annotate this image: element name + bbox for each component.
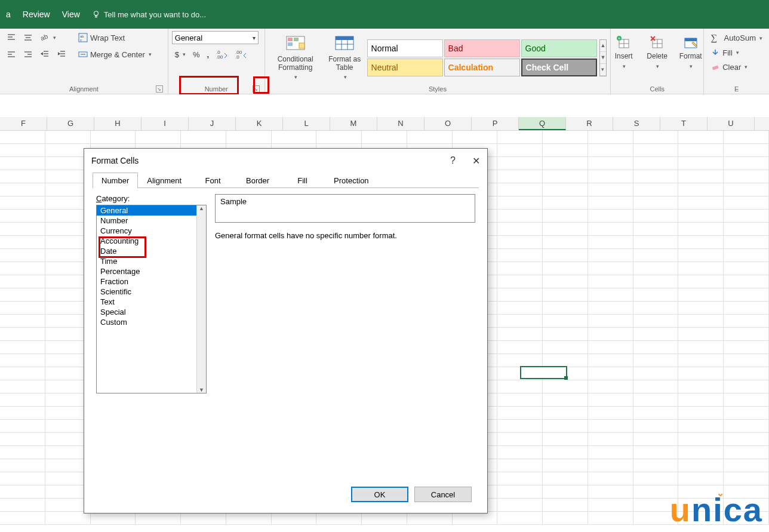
dialog-tab-protection[interactable]: Protection <box>325 173 378 188</box>
dialog-tab-number[interactable]: Number <box>93 173 138 188</box>
category-custom[interactable]: Custom <box>97 317 196 327</box>
dialog-tab-fill[interactable]: Fill <box>280 173 325 188</box>
ok-button[interactable]: OK <box>351 487 408 502</box>
category-listbox[interactable]: GeneralNumberCurrencyAccountingDateTimeP… <box>96 205 207 393</box>
dialog-tab-border[interactable]: Border <box>235 173 280 188</box>
category-fraction[interactable]: Fraction <box>97 276 196 287</box>
category-percentage[interactable]: Percentage <box>97 266 196 276</box>
dialog-help-icon[interactable]: ? <box>450 155 456 167</box>
unica-logo: unica <box>670 490 763 529</box>
dialog-close-icon[interactable]: ✕ <box>472 155 480 167</box>
dialog-tab-font[interactable]: Font <box>190 173 235 188</box>
dialog-tabs: NumberAlignmentFontBorderFillProtection <box>84 173 487 188</box>
format-cells-dialog: Format Cells ? ✕ NumberAlignmentFontBord… <box>84 148 488 513</box>
category-number[interactable]: Number <box>97 216 196 226</box>
category-currency[interactable]: Currency <box>97 226 196 236</box>
category-special[interactable]: Special <box>97 307 196 317</box>
cancel-button[interactable]: Cancel <box>414 487 472 502</box>
category-time[interactable]: Time <box>97 256 196 266</box>
dialog-title: Format Cells <box>91 156 139 165</box>
dialog-tab-alignment[interactable]: Alignment <box>138 173 190 188</box>
category-text[interactable]: Text <box>97 297 196 307</box>
category-general[interactable]: General <box>97 205 196 216</box>
category-scientific[interactable]: Scientific <box>97 287 196 297</box>
category-label: Category: <box>96 194 207 203</box>
category-date[interactable]: Date <box>97 246 196 256</box>
dialog-overlay: Format Cells ? ✕ NumberAlignmentFontBord… <box>0 0 769 532</box>
category-accounting[interactable]: Accounting <box>97 236 196 246</box>
format-description: General format cells have no specific nu… <box>215 231 475 240</box>
sample-box: Sample <box>215 194 475 223</box>
category-scrollbar[interactable]: ▲▼ <box>196 205 206 393</box>
